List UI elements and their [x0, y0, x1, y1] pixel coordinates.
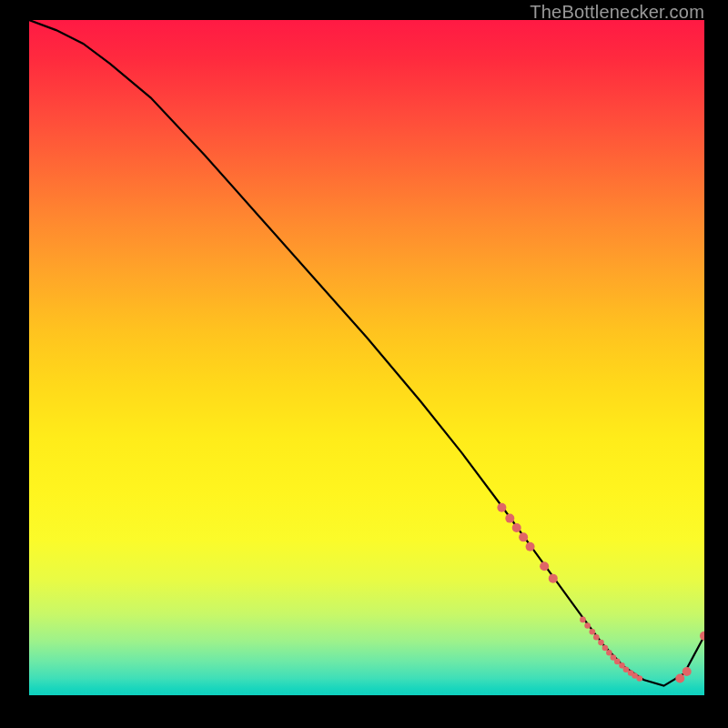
chart-marker [584, 622, 591, 629]
chart-overlay-svg [29, 20, 704, 695]
chart-marker [526, 542, 535, 551]
chart-marker [675, 673, 684, 682]
chart-marker [700, 632, 704, 641]
chart-marker [682, 667, 692, 676]
chart-marker [519, 532, 528, 541]
chart-marker [593, 634, 600, 641]
chart-marker [497, 503, 506, 512]
chart-curve [29, 20, 704, 686]
chart-marker [512, 523, 521, 532]
chart-marker [614, 659, 621, 665]
chart-marker [540, 561, 549, 571]
chart-marker [580, 617, 586, 623]
chart-stage: TheBottlenecker.com [0, 0, 728, 728]
chart-plot-area [29, 20, 704, 695]
chart-marker [549, 574, 558, 583]
chart-markers [497, 503, 704, 683]
chart-marker [606, 650, 612, 656]
chart-marker [598, 640, 604, 646]
chart-marker [602, 645, 609, 652]
chart-marker [505, 514, 514, 523]
chart-marker [590, 629, 596, 635]
chart-marker [636, 675, 642, 682]
